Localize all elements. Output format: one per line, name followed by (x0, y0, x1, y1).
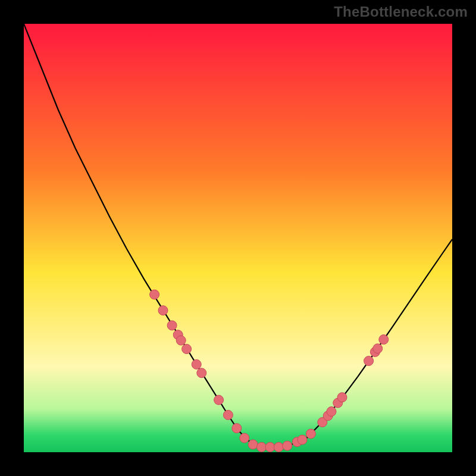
data-marker (373, 344, 383, 353)
data-marker (283, 441, 292, 450)
watermark-text: TheBottleneck.com (334, 4, 468, 20)
data-marker (327, 407, 336, 416)
data-marker (274, 442, 283, 452)
data-marker (197, 368, 206, 378)
data-marker (182, 345, 192, 354)
data-marker (248, 440, 258, 449)
data-marker (379, 335, 389, 345)
data-marker (176, 336, 186, 345)
data-marker (223, 410, 233, 419)
data-marker (240, 433, 249, 443)
gradient-background (24, 24, 452, 452)
data-marker (265, 442, 275, 452)
data-marker (214, 395, 224, 405)
data-marker (158, 306, 168, 315)
plot-area (24, 24, 452, 452)
data-marker (298, 435, 307, 444)
data-marker (232, 424, 242, 433)
data-marker (306, 429, 315, 439)
data-marker (167, 321, 177, 330)
data-marker (192, 359, 201, 369)
data-marker (257, 442, 267, 452)
bottleneck-chart (24, 24, 452, 452)
data-marker (364, 356, 374, 366)
data-marker (337, 393, 347, 402)
chart-frame: TheBottleneck.com (0, 0, 476, 476)
data-marker (150, 290, 159, 299)
